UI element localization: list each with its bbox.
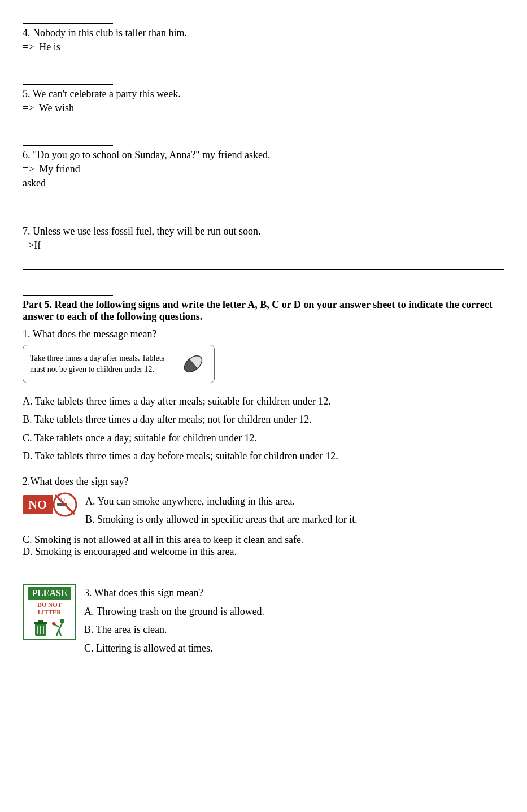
part5-top-line [23, 283, 113, 296]
q4-starter: => He is [23, 41, 504, 53]
smoking-icon [53, 492, 77, 517]
medicine-sign: Take three times a day after meals. Tabl… [23, 345, 215, 383]
q6-asked-line: asked [23, 177, 504, 189]
q7-answer-line [23, 255, 504, 260]
part5-q3: PLEASE DO NOTLITTER [23, 584, 504, 657]
please-litter-sign: PLEASE DO NOTLITTER [23, 584, 76, 640]
please-label: PLEASE [28, 587, 71, 600]
answer-line-top-7 [23, 210, 113, 222]
q1-answer-d: D. Take tablets three times a day before… [23, 447, 504, 465]
q5-sentence: 5. We can't celebrate a party this week. [23, 88, 504, 100]
answer-line-top-6 [23, 133, 113, 146]
q2-answer-b: B. Smoking is only allowed in specific a… [85, 510, 358, 528]
q2-layout: NO A. You can smoke anywhere, including … [23, 492, 504, 529]
q3-question-text: 3. What does this sign mean? [84, 584, 264, 602]
do-not-litter-label: DO NOTLITTER [37, 601, 62, 616]
q3-answers: 3. What does this sign mean? A. Throwing… [84, 584, 264, 657]
question-5: 5. We can't celebrate a party this week.… [23, 72, 504, 123]
q6-sentence: 6. "Do you go to school on Sunday, Anna?… [23, 149, 504, 161]
q5-answer-line [23, 118, 504, 123]
q4-sentence: 4. Nobody in this club is taller than hi… [23, 27, 504, 39]
q1-answer-c: C. Take tablets once a day; suitable for… [23, 429, 504, 447]
sign-icons [33, 619, 67, 637]
q4-answer-line [23, 57, 504, 62]
svg-line-17 [54, 624, 59, 627]
q3-answer-b: B. The area is clean. [84, 620, 264, 639]
q3-answer-c: C. Littering is allowed at times. [84, 639, 264, 657]
q5-starter: => We wish [23, 102, 504, 114]
part5-q1-text: 1. What does the message mean? [23, 328, 504, 340]
question-6: 6. "Do you go to school on Sunday, Anna?… [23, 133, 504, 199]
part5-q2: 2.What does the sign say? NO A. You can … [23, 476, 504, 558]
answer-line-top-5 [23, 72, 113, 85]
person-litter-icon [51, 619, 67, 637]
pill-icon [179, 350, 207, 378]
part5-q2-text: 2.What does the sign say? [23, 476, 504, 488]
answer-line-top-4 [23, 11, 113, 24]
part5-q1: 1. What does the message mean? Take thre… [23, 328, 504, 466]
q2-answer-a: A. You can smoke anywhere, including in … [85, 492, 358, 510]
svg-rect-11 [38, 620, 43, 622]
question-4: 4. Nobody in this club is taller than hi… [23, 11, 504, 62]
svg-line-16 [59, 623, 62, 630]
q2-answers: A. You can smoke anywhere, including in … [85, 492, 358, 529]
q1-answer-a: A. Take tablets three times a day after … [23, 392, 504, 410]
q7-starter: =>If [23, 240, 504, 251]
sign-text: Take three times a day after meals. Tabl… [30, 353, 172, 375]
question-7: 7. Unless we use less fossil fuel, they … [23, 210, 504, 270]
no-label: NO [23, 495, 53, 514]
svg-rect-10 [34, 622, 47, 624]
part5-q1-answers: A. Take tablets three times a day after … [23, 392, 504, 466]
q1-answer-b: B. Take tablets three times a day after … [23, 410, 504, 428]
q2-answer-c: C. Smoking is not allowed at all in this… [23, 534, 504, 546]
svg-rect-7 [67, 503, 73, 506]
q2-answer-d: D. Smoking is encouraged and welcome in … [23, 546, 504, 558]
svg-line-19 [59, 630, 61, 636]
q7-answer-line2 [23, 264, 504, 270]
svg-point-15 [60, 619, 64, 623]
q3-layout: PLEASE DO NOTLITTER [23, 584, 504, 657]
q6-starter: => My friend [23, 163, 504, 175]
q3-answer-a: A. Throwing trash on the ground is allow… [84, 602, 264, 620]
trash-bin-icon [33, 619, 49, 637]
q7-sentence: 7. Unless we use less fossil fuel, they … [23, 225, 504, 237]
part5-header: Part 5. Read the following signs and wri… [23, 283, 504, 323]
no-smoking-sign: NO [23, 492, 77, 517]
